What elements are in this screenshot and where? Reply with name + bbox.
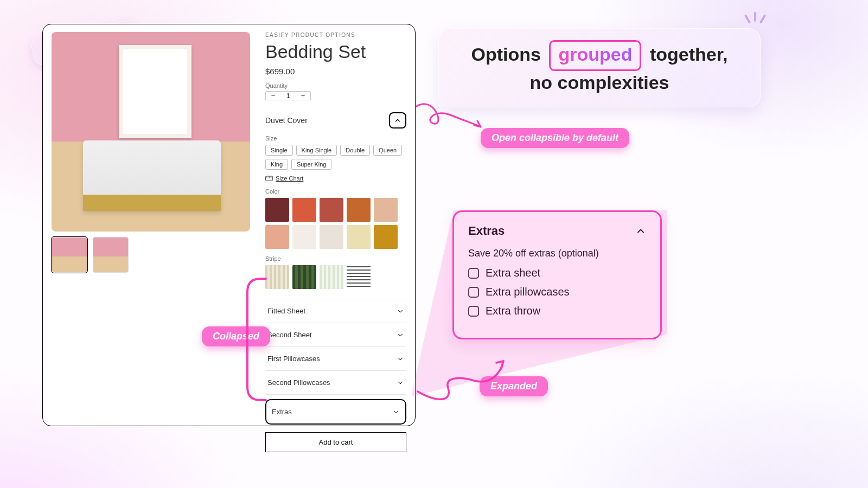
size-chip-double[interactable]: Double [340, 145, 370, 156]
extras-panel: Extras Save 20% off extras (optional) Ex… [452, 210, 662, 339]
checkbox-icon [468, 306, 479, 317]
color-swatch-8[interactable] [347, 225, 371, 249]
color-swatch-9[interactable] [374, 225, 398, 249]
extras-option-label: Extra sheet [486, 267, 540, 279]
stripe-label: Stripe [265, 255, 406, 262]
product-hero-image [52, 32, 250, 232]
product-title: Bedding Set [265, 41, 406, 62]
color-swatch-3[interactable] [347, 198, 371, 222]
stripe-swatch-0[interactable] [265, 265, 289, 289]
headline-box: grouped [549, 40, 641, 71]
size-chart-text: Size Chart [276, 175, 303, 182]
product-brand: EASIFY PRODUCT OPTIONS [265, 32, 406, 38]
color-swatch-1[interactable] [292, 198, 316, 222]
checkbox-icon [468, 287, 479, 298]
stripe-swatch-3[interactable] [347, 265, 371, 289]
color-label: Color [265, 188, 406, 195]
size-label: Size [265, 135, 406, 142]
size-chip-queen[interactable]: Queen [373, 145, 402, 156]
extras-option-extra-sheet[interactable]: Extra sheet [468, 267, 646, 279]
stripe-swatches [265, 265, 406, 289]
chevron-up-icon [394, 117, 401, 124]
headline-banner: Options grouped together, no complexitie… [438, 28, 761, 107]
thumbnail-2[interactable] [93, 237, 129, 273]
accordion-first-pillowcases[interactable]: First Pillowcases [265, 347, 406, 371]
color-swatch-5[interactable] [265, 225, 289, 249]
pill-open-default: Open collapsible by default [481, 128, 629, 148]
extras-option-extra-throw[interactable]: Extra throw [468, 305, 646, 317]
size-chip-king-single[interactable]: King Single [296, 145, 337, 156]
accordion-second-sheet[interactable]: Second Sheet [265, 323, 406, 347]
chevron-down-icon [397, 331, 404, 339]
color-swatch-4[interactable] [374, 198, 398, 222]
qty-decrement[interactable]: − [266, 92, 280, 100]
extras-option-label: Extra pillowcases [486, 286, 570, 298]
accordion-label: Second Pillowcases [267, 378, 330, 387]
product-details: EASIFY PRODUCT OPTIONS Bedding Set $699.… [265, 32, 406, 418]
stripe-swatch-2[interactable] [320, 265, 343, 289]
color-swatch-0[interactable] [265, 198, 289, 222]
pill-expanded: Expanded [480, 376, 548, 396]
quantity-label: Quantity [265, 82, 406, 89]
qty-input[interactable] [280, 92, 296, 100]
chevron-down-icon [397, 355, 404, 363]
svg-rect-0 [266, 176, 273, 181]
quantity-stepper[interactable]: − + [265, 91, 311, 100]
option-accordion: Fitted SheetSecond SheetFirst Pillowcase… [265, 299, 406, 425]
color-swatch-7[interactable] [320, 225, 343, 249]
chevron-down-icon [392, 408, 400, 416]
color-swatch-2[interactable] [320, 198, 343, 222]
extras-title: Extras [468, 224, 505, 238]
thumbnail-1[interactable] [52, 237, 87, 273]
group-duvet-header: Duvet Cover [265, 112, 406, 129]
size-chart-link[interactable]: Size Chart [265, 175, 406, 182]
size-chips: SingleKing SingleDoubleQueenKingSuper Ki… [265, 145, 406, 170]
accordion-label: Second Sheet [267, 331, 312, 339]
product-card: EASIFY PRODUCT OPTIONS Bedding Set $699.… [42, 24, 416, 426]
chevron-down-icon [397, 307, 404, 315]
size-chip-single[interactable]: Single [265, 145, 293, 156]
size-chip-king[interactable]: King [265, 159, 288, 170]
group-duvet-toggle[interactable] [389, 112, 406, 129]
accordion-label: First Pillowcases [267, 355, 320, 363]
extras-option-extra-pillowcases[interactable]: Extra pillowcases [468, 286, 646, 298]
color-swatches [265, 198, 406, 249]
headline-pre: Options [471, 44, 541, 65]
accordion-second-pillowcases[interactable]: Second Pillowcases [265, 371, 406, 395]
extras-option-label: Extra throw [486, 305, 540, 317]
extras-subtitle: Save 20% off extras (optional) [468, 248, 646, 259]
accordion-label: Extras [272, 408, 292, 416]
chevron-down-icon [397, 379, 404, 387]
stripe-swatch-1[interactable] [292, 265, 316, 289]
accordion-fitted-sheet[interactable]: Fitted Sheet [265, 299, 406, 323]
add-to-cart-button[interactable]: Add to cart [265, 432, 406, 452]
accordion-label: Fitted Sheet [267, 307, 305, 315]
checkbox-icon [468, 268, 479, 279]
product-gallery [52, 32, 250, 418]
accordion-extras[interactable]: Extras [265, 399, 406, 425]
ruler-icon [265, 176, 273, 181]
chevron-up-icon[interactable] [635, 226, 646, 236]
group-duvet-title: Duvet Cover [265, 116, 308, 125]
pill-collapsed: Collapsed [202, 326, 270, 346]
headline-post: together, [650, 44, 728, 65]
headline-line2: no complexities [455, 72, 744, 93]
product-price: $699.00 [265, 67, 406, 76]
color-swatch-6[interactable] [292, 225, 316, 249]
qty-increment[interactable]: + [296, 92, 310, 100]
size-chip-super-king[interactable]: Super King [291, 159, 331, 170]
